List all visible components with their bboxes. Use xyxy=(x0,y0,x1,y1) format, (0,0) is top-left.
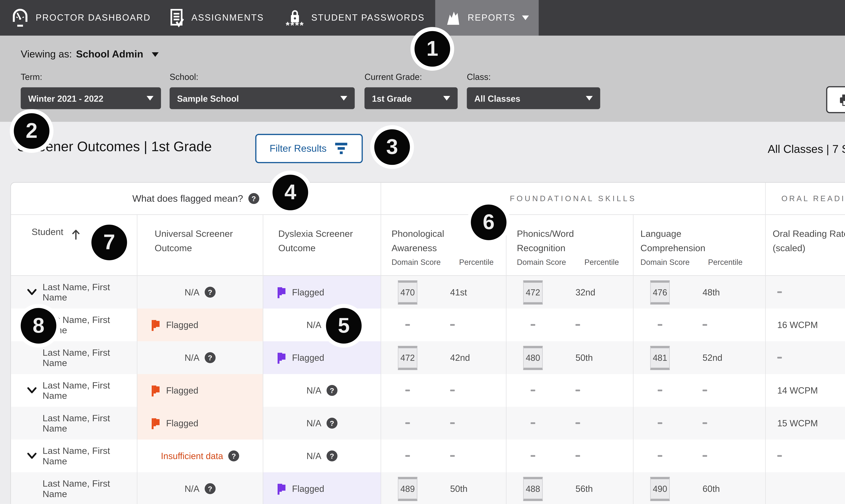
oral-reading-value: 16 WCPM xyxy=(777,320,818,330)
skill-cell: 48856th xyxy=(506,472,633,504)
student-cell: Last Name, First Name xyxy=(11,439,137,472)
nav-label: ASSIGNMENTS xyxy=(192,13,264,23)
skill-cell xyxy=(506,439,633,472)
skill-cell xyxy=(633,439,765,472)
no-data-dash xyxy=(576,422,580,424)
chart-icon xyxy=(445,10,461,26)
chevron-down-icon[interactable] xyxy=(27,453,37,459)
current-grade-select[interactable]: 1st Grade xyxy=(365,87,458,109)
universal-outcome-cell: Flagged xyxy=(137,407,263,439)
results-table: What does flagged mean? FOUNDATIONAL SKI… xyxy=(10,182,845,504)
percentile-value xyxy=(703,455,707,457)
no-data-dash xyxy=(658,324,662,326)
help-icon[interactable] xyxy=(327,450,337,462)
no-data-dash xyxy=(405,390,410,392)
skill-cell: 48950th xyxy=(381,472,506,504)
skill-cell xyxy=(506,374,633,407)
domain-score-slot: 488 xyxy=(523,476,543,501)
no-data-dash xyxy=(658,455,662,457)
no-data-dash xyxy=(531,422,535,424)
class-value: All Classes xyxy=(474,93,520,103)
school-select[interactable]: Sample School xyxy=(170,87,355,109)
student-cell: Last Name, First Name xyxy=(11,374,137,407)
flag-icon xyxy=(276,286,287,299)
nav-label: REPORTS xyxy=(468,13,515,23)
print-button[interactable]: Print xyxy=(826,86,845,113)
oral-reading-value: 15 WCPM xyxy=(777,418,818,428)
nav-label: PROCTOR DASHBOARD xyxy=(36,13,151,23)
printer-icon xyxy=(840,93,845,106)
flagged-meaning-header: What does flagged mean? xyxy=(11,183,381,215)
skill-cell xyxy=(381,407,506,439)
percentile-value: 50th xyxy=(576,353,593,363)
universal-outcome-cell: N/A xyxy=(137,276,263,309)
percentile-value: 48th xyxy=(703,287,720,297)
domain-score-slot: 480 xyxy=(523,346,543,370)
student-cell: Last Name, First Name xyxy=(11,472,137,504)
password-stars-icon: **** xyxy=(286,24,304,27)
domain-score-slot: 481 xyxy=(650,346,670,370)
domain-score-slot xyxy=(650,324,670,326)
skill-cell xyxy=(633,407,765,439)
percentile-value: 60th xyxy=(703,484,720,494)
annotation-badge-5: 5 xyxy=(322,304,366,348)
flag-icon xyxy=(150,384,161,397)
outcome-na-label: N/A xyxy=(184,287,199,297)
annotation-badge-8: 8 xyxy=(17,304,60,348)
help-icon[interactable] xyxy=(205,483,216,494)
percentile-value xyxy=(703,390,707,392)
domain-score-slot xyxy=(523,455,543,457)
viewing-as-dropdown[interactable]: Viewing as: School Admin xyxy=(21,48,159,60)
lock-icon: **** xyxy=(286,8,304,27)
help-icon[interactable] xyxy=(205,352,216,363)
term-value: Winter 2021 - 2022 xyxy=(28,93,103,103)
nav-assignments[interactable]: ASSIGNMENTS xyxy=(170,0,264,36)
domain-score-slot: 476 xyxy=(650,280,670,304)
dyslexia-outcome-cell: N/A xyxy=(263,407,381,439)
help-icon[interactable] xyxy=(205,287,216,298)
universal-outcome-cell: Insufficient data xyxy=(137,439,263,472)
no-data-dash xyxy=(777,455,782,457)
class-select[interactable]: All Classes xyxy=(467,87,600,109)
universal-outcome-cell: Flagged xyxy=(137,374,263,407)
oral-reading-cell: 15 WCPM xyxy=(765,407,845,439)
oral-reading-cell xyxy=(765,439,845,472)
chevron-down-icon[interactable] xyxy=(27,387,37,394)
subheader-percentile: Percentile xyxy=(708,258,742,267)
chevron-down-icon[interactable] xyxy=(27,289,37,295)
term-select[interactable]: Winter 2021 - 2022 xyxy=(21,87,161,109)
outcome-flagged-label: Flagged xyxy=(166,320,198,330)
domain-score-slot: 489 xyxy=(397,476,418,501)
no-data-dash xyxy=(576,455,580,457)
help-icon[interactable] xyxy=(228,450,239,462)
domain-score-slot xyxy=(650,455,670,457)
filter-results-label: Filter Results xyxy=(269,143,327,154)
nav-proctor-dashboard[interactable]: PROCTOR DASHBOARD xyxy=(12,0,151,36)
dyslexia-outcome-cell: N/A xyxy=(263,374,381,407)
subheader-domain-score: Domain Score xyxy=(391,258,441,267)
filter-results-button[interactable]: Filter Results xyxy=(255,134,363,163)
annotation-badge-2: 2 xyxy=(10,109,54,153)
student-cell: Last Name, First Name xyxy=(11,276,137,309)
chevron-down-icon xyxy=(152,52,159,57)
column-header-phonics-word-recognition: Phonics/Word Recognition Domain Score Pe… xyxy=(506,215,633,276)
gauge-icon xyxy=(12,8,29,28)
no-data-dash xyxy=(531,390,535,392)
domain-score-slot xyxy=(397,390,418,392)
school-value: Sample School xyxy=(177,93,239,103)
help-icon[interactable] xyxy=(327,385,337,396)
nav-student-passwords[interactable]: **** STUDENT PASSWORDS xyxy=(286,0,425,36)
help-icon[interactable] xyxy=(248,193,259,204)
domain-score-box: 480 xyxy=(523,346,543,370)
outcome-na-label: N/A xyxy=(306,418,321,428)
viewing-as-label: Viewing as: xyxy=(21,48,72,60)
help-icon[interactable] xyxy=(327,418,337,429)
nav-reports[interactable]: REPORTS xyxy=(435,0,539,36)
outcome-flagged-label: Flagged xyxy=(166,385,198,396)
domain-score-box: 481 xyxy=(650,346,670,370)
no-data-dash xyxy=(405,455,410,457)
column-header-language-comprehension: Language Comprehension Domain Score Perc… xyxy=(633,215,765,276)
outcome-flagged-label: Flagged xyxy=(292,484,324,494)
skill-cell xyxy=(506,309,633,341)
student-header-label: Student xyxy=(32,227,64,237)
